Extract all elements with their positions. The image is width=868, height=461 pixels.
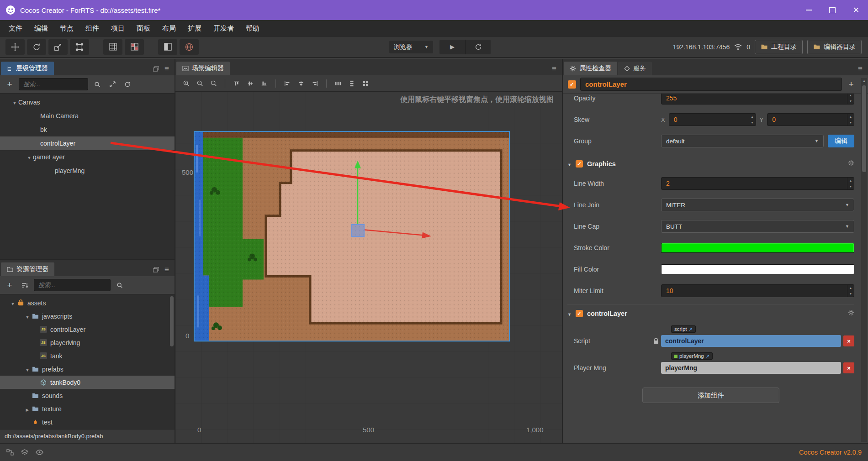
- line-join-select[interactable]: MITER: [661, 199, 854, 211]
- distribute-vertical-icon[interactable]: [346, 78, 358, 89]
- graphics-enabled-checkbox[interactable]: [576, 160, 583, 168]
- zoom-in-icon[interactable]: [180, 78, 192, 89]
- open-script-icon[interactable]: [688, 326, 692, 332]
- fill-color-swatch[interactable]: [661, 264, 854, 274]
- scene-contrast-button[interactable]: [158, 39, 177, 55]
- skew-y-input[interactable]: 0: [767, 113, 854, 126]
- tab-hierarchy[interactable]: 层级管理器: [1, 62, 54, 75]
- add-component-button[interactable]: 添加组件: [642, 388, 779, 403]
- minimize-button[interactable]: [797, 0, 820, 20]
- assets-scrollbar[interactable]: [169, 296, 174, 388]
- asset-folder-sounds[interactable]: sounds: [0, 389, 175, 402]
- panel-menu-icon[interactable]: [552, 64, 556, 73]
- menu-component[interactable]: 组件: [79, 20, 105, 37]
- menu-panel[interactable]: 面板: [131, 20, 156, 37]
- sort-icon[interactable]: [19, 279, 31, 291]
- gear-icon[interactable]: [848, 309, 854, 318]
- hierarchy-search-input[interactable]: [19, 78, 88, 90]
- asset-folder-javascripts[interactable]: javascripts: [0, 309, 175, 323]
- align-top-icon[interactable]: [231, 78, 243, 89]
- tilemap-view-button[interactable]: [125, 39, 144, 55]
- panel-menu-icon[interactable]: [164, 64, 169, 73]
- zoom-out-icon[interactable]: [194, 78, 206, 89]
- panel-menu-icon[interactable]: [164, 265, 169, 274]
- line-width-stepper[interactable]: [847, 178, 854, 189]
- tree-node-canvas[interactable]: Canvas: [0, 95, 175, 109]
- inspector-scrollbar[interactable]: [861, 78, 867, 442]
- skew-x-stepper[interactable]: [749, 114, 756, 126]
- eye-icon[interactable]: [36, 450, 43, 455]
- node-library-icon[interactable]: [6, 449, 14, 456]
- align-middle-icon[interactable]: [244, 78, 256, 89]
- open-editor-dir-button[interactable]: 编辑器目录: [807, 40, 862, 54]
- asset-scene-test[interactable]: test: [0, 415, 175, 429]
- node-active-checkbox[interactable]: [568, 80, 576, 89]
- search-icon[interactable]: [91, 79, 103, 90]
- player-mng-reference-field[interactable]: playerMng: [661, 362, 841, 374]
- rotate-tool-button[interactable]: [27, 39, 46, 55]
- tree-node-bk[interactable]: bk: [0, 123, 175, 136]
- collapse-icon[interactable]: [567, 160, 576, 168]
- skew-x-input[interactable]: 0: [669, 113, 756, 126]
- group-select[interactable]: default: [661, 135, 824, 147]
- distribute-grid-icon[interactable]: [360, 78, 371, 89]
- asset-js-tank[interactable]: JStank: [0, 349, 175, 362]
- menu-extension[interactable]: 扩展: [182, 20, 207, 37]
- layers-icon[interactable]: [21, 449, 28, 456]
- node-name-field[interactable]: controlLayer: [580, 78, 842, 91]
- miter-limit-stepper[interactable]: [847, 285, 854, 297]
- close-button[interactable]: [844, 0, 868, 20]
- gear-icon[interactable]: [848, 160, 854, 168]
- tab-scene-editor[interactable]: 场景编辑器: [176, 62, 230, 75]
- opacity-stepper[interactable]: [847, 94, 854, 104]
- tree-node-main-camera[interactable]: Main Camera: [0, 109, 175, 123]
- line-cap-select[interactable]: BUTT: [661, 220, 854, 233]
- group-edit-button[interactable]: 编辑: [828, 135, 854, 147]
- menu-project[interactable]: 项目: [105, 20, 131, 37]
- menu-edit[interactable]: 编辑: [28, 20, 54, 37]
- asset-folder-texture[interactable]: texture: [0, 402, 175, 415]
- controllayer-enabled-checkbox[interactable]: [576, 310, 583, 317]
- zoom-reset-icon[interactable]: [207, 78, 219, 89]
- distribute-horizontal-icon[interactable]: [332, 78, 344, 89]
- align-bottom-icon[interactable]: [258, 78, 270, 89]
- scene-viewport[interactable]: 使用鼠标右键平移视窗焦点，使用滚轮缩放视图 500 0 0 500 1,000: [175, 92, 562, 443]
- graphics-section-header[interactable]: Graphics: [567, 155, 854, 172]
- align-right-icon[interactable]: [309, 78, 321, 89]
- panel-menu-icon[interactable]: [858, 64, 863, 73]
- assets-search-input[interactable]: [34, 279, 111, 291]
- preview-target-select[interactable]: 浏览器: [389, 41, 433, 53]
- script-reference-field[interactable]: controlLayer: [661, 335, 841, 347]
- menu-file[interactable]: 文件: [3, 20, 28, 37]
- scroll-up-icon[interactable]: [861, 79, 867, 83]
- remove-script-button[interactable]: [843, 335, 854, 346]
- asset-root-assets[interactable]: assets: [0, 296, 175, 309]
- maximize-button[interactable]: [820, 0, 844, 20]
- play-button[interactable]: [439, 40, 465, 54]
- move-tool-button[interactable]: [5, 39, 25, 55]
- collapse-icon[interactable]: [567, 309, 576, 318]
- expand-all-icon[interactable]: [106, 79, 118, 90]
- float-panel-icon[interactable]: [153, 267, 159, 272]
- asset-prefab-tankbody0[interactable]: tankBody0: [0, 376, 175, 389]
- menu-layout[interactable]: 布局: [156, 20, 182, 37]
- menu-node[interactable]: 节点: [54, 20, 79, 37]
- scene-canvas[interactable]: [175, 92, 562, 443]
- tree-node-playermng[interactable]: playerMng: [0, 164, 175, 178]
- miter-limit-input[interactable]: 10: [661, 284, 854, 297]
- asset-js-controllayer[interactable]: JScontrolLayer: [0, 323, 175, 336]
- playermng-type-badge[interactable]: playerMng: [671, 352, 713, 360]
- menu-help[interactable]: 帮助: [240, 20, 265, 37]
- globe-preview-button[interactable]: [180, 39, 199, 55]
- scale-tool-button[interactable]: [48, 39, 68, 55]
- tree-node-gamelayer[interactable]: gameLayer: [0, 150, 175, 164]
- rect-tool-button[interactable]: [70, 39, 89, 55]
- create-asset-button[interactable]: [4, 279, 16, 291]
- gizmo-center-handle[interactable]: [352, 225, 364, 237]
- opacity-input[interactable]: 255: [661, 94, 854, 105]
- menu-developer[interactable]: 开发者: [207, 20, 240, 37]
- refresh-button[interactable]: [465, 40, 491, 54]
- scrollbar-thumb[interactable]: [862, 85, 866, 172]
- open-playermng-icon[interactable]: [706, 353, 709, 359]
- tab-services[interactable]: 服务: [618, 62, 652, 75]
